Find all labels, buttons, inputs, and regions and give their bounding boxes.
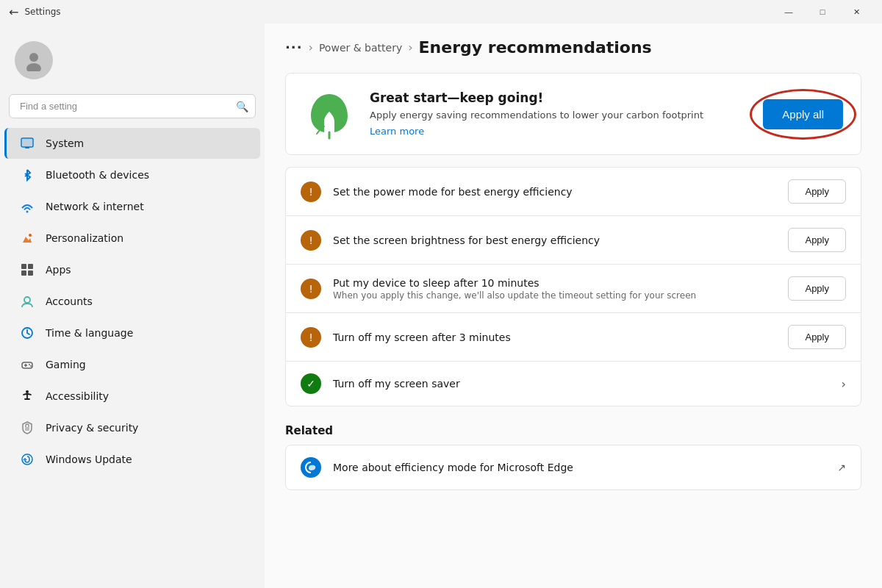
breadcrumb: ··· › Power & battery › Energy recommend… bbox=[285, 38, 861, 57]
svg-point-5 bbox=[26, 211, 29, 213]
external-link-icon: ↗ bbox=[837, 462, 846, 473]
sidebar-item-accessibility[interactable]: Accessibility bbox=[4, 381, 260, 412]
sidebar-label-accessibility: Accessibility bbox=[46, 390, 109, 402]
back-icon[interactable]: ← bbox=[9, 5, 18, 19]
svg-point-18 bbox=[26, 390, 29, 393]
breadcrumb-parent[interactable]: Power & battery bbox=[319, 42, 402, 54]
status-icon-rec3: ! bbox=[301, 279, 321, 299]
breadcrumb-sep1: › bbox=[309, 40, 313, 54]
svg-point-1 bbox=[26, 63, 41, 71]
title-bar-left: ← Settings bbox=[9, 5, 61, 19]
rec-title-rec1: Set the power mode for best energy effic… bbox=[333, 186, 776, 198]
gaming-icon bbox=[19, 356, 35, 373]
close-button[interactable]: ✕ bbox=[839, 0, 873, 24]
svg-rect-4 bbox=[22, 139, 32, 146]
network-icon bbox=[19, 198, 35, 215]
apply-button-rec1[interactable]: Apply bbox=[788, 179, 846, 204]
rec-subtitle-rec3: When you apply this change, we'll also u… bbox=[333, 290, 776, 301]
edge-icon bbox=[301, 457, 321, 478]
svg-rect-10 bbox=[28, 270, 33, 276]
user-avatar-section bbox=[0, 32, 265, 94]
apps-icon bbox=[19, 262, 35, 278]
app-body: 🔍 System Bluetooth & devices bbox=[0, 24, 882, 588]
accounts-icon bbox=[19, 293, 35, 309]
sidebar-item-gaming[interactable]: Gaming bbox=[4, 349, 260, 380]
accessibility-icon bbox=[19, 388, 35, 404]
rec-title-rec3: Put my device to sleep after 10 minutes bbox=[333, 277, 776, 289]
rec-content-rec3: Put my device to sleep after 10 minutes … bbox=[333, 277, 776, 301]
apply-button-rec2[interactable]: Apply bbox=[788, 228, 846, 252]
search-icon: 🔍 bbox=[236, 101, 248, 112]
svg-rect-9 bbox=[21, 270, 26, 276]
svg-point-6 bbox=[29, 234, 32, 237]
sidebar-item-bluetooth[interactable]: Bluetooth & devices bbox=[4, 159, 260, 190]
learn-more-link[interactable]: Learn more bbox=[370, 126, 424, 137]
rec-item-rec5: ✓ Turn off my screen saver › bbox=[285, 361, 861, 406]
time-icon bbox=[19, 325, 35, 341]
rec-title-rec2: Set the screen brightness for best energ… bbox=[333, 234, 776, 246]
rec-item-rec3: ! Put my device to sleep after 10 minute… bbox=[285, 264, 861, 312]
privacy-icon bbox=[19, 420, 35, 436]
apply-all-button[interactable]: Apply all bbox=[763, 99, 843, 129]
breadcrumb-dots[interactable]: ··· bbox=[285, 40, 303, 55]
search-box: 🔍 bbox=[9, 94, 256, 118]
hero-section: Great start—keep going! Apply energy sav… bbox=[285, 73, 861, 155]
system-icon bbox=[19, 135, 35, 151]
rec-title-rec4: Turn off my screen after 3 minutes bbox=[333, 331, 776, 343]
minimize-button[interactable]: — bbox=[772, 0, 806, 24]
status-icon-rec2: ! bbox=[301, 230, 321, 251]
svg-point-11 bbox=[24, 297, 30, 303]
title-bar: ← Settings — □ ✕ bbox=[0, 0, 882, 24]
sidebar-label-gaming: Gaming bbox=[46, 359, 86, 370]
hero-subtitle: Apply energy saving recommendations to l… bbox=[370, 108, 748, 123]
app-title: Settings bbox=[24, 7, 60, 17]
avatar bbox=[15, 41, 53, 79]
related-item-edge[interactable]: More about efficiency mode for Microsoft… bbox=[285, 445, 861, 490]
status-icon-rec4: ! bbox=[301, 327, 321, 348]
sidebar-item-apps[interactable]: Apps bbox=[4, 254, 260, 285]
sidebar-item-update[interactable]: Windows Update bbox=[4, 444, 260, 475]
svg-rect-19 bbox=[25, 427, 29, 431]
sidebar: 🔍 System Bluetooth & devices bbox=[0, 24, 265, 588]
svg-rect-8 bbox=[28, 264, 33, 269]
breadcrumb-current: Energy recommendations bbox=[419, 38, 652, 57]
apply-button-rec4[interactable]: Apply bbox=[788, 325, 846, 349]
rec-content-rec2: Set the screen brightness for best energ… bbox=[333, 234, 776, 246]
apply-button-rec3[interactable]: Apply bbox=[788, 276, 846, 301]
bluetooth-icon bbox=[19, 167, 35, 183]
sidebar-item-system[interactable]: System bbox=[4, 128, 260, 159]
sidebar-label-privacy: Privacy & security bbox=[46, 422, 138, 434]
related-item-edge-text: More about efficiency mode for Microsoft… bbox=[333, 462, 825, 473]
maximize-button[interactable]: □ bbox=[806, 0, 839, 24]
leaf-icon bbox=[304, 88, 355, 140]
sidebar-nav: System Bluetooth & devices Network & int… bbox=[0, 127, 265, 579]
search-input[interactable] bbox=[9, 94, 256, 118]
sidebar-item-network[interactable]: Network & internet bbox=[4, 191, 260, 222]
status-icon-rec1: ! bbox=[301, 182, 321, 202]
rec-content-rec4: Turn off my screen after 3 minutes bbox=[333, 331, 776, 343]
sidebar-label-apps: Apps bbox=[46, 264, 71, 276]
sidebar-label-system: System bbox=[46, 137, 84, 149]
update-icon bbox=[19, 451, 35, 467]
sidebar-item-accounts[interactable]: Accounts bbox=[4, 286, 260, 317]
sidebar-item-time[interactable]: Time & language bbox=[4, 318, 260, 348]
sidebar-item-privacy[interactable]: Privacy & security bbox=[4, 412, 260, 443]
svg-rect-7 bbox=[21, 264, 26, 269]
rec-content-rec5: Turn off my screen saver bbox=[333, 378, 830, 390]
rec-content-rec1: Set the power mode for best energy effic… bbox=[333, 186, 776, 198]
related-section: Related More about efficiency mode for M… bbox=[285, 424, 861, 490]
rec-item-rec1: ! Set the power mode for best energy eff… bbox=[285, 167, 861, 215]
svg-point-17 bbox=[30, 365, 32, 367]
related-title: Related bbox=[285, 424, 861, 437]
rec-item-rec2: ! Set the screen brightness for best ene… bbox=[285, 215, 861, 264]
sidebar-item-personalization[interactable]: Personalization bbox=[4, 223, 260, 254]
sidebar-label-network: Network & internet bbox=[46, 201, 144, 212]
personalization-icon bbox=[19, 230, 35, 246]
breadcrumb-sep2: › bbox=[408, 40, 412, 54]
sidebar-label-accounts: Accounts bbox=[46, 295, 93, 307]
svg-point-16 bbox=[29, 364, 30, 365]
status-icon-rec5: ✓ bbox=[301, 373, 321, 394]
rec-item-rec4: ! Turn off my screen after 3 minutes App… bbox=[285, 312, 861, 361]
apply-all-container: Apply all bbox=[763, 99, 843, 129]
svg-point-0 bbox=[29, 53, 38, 62]
